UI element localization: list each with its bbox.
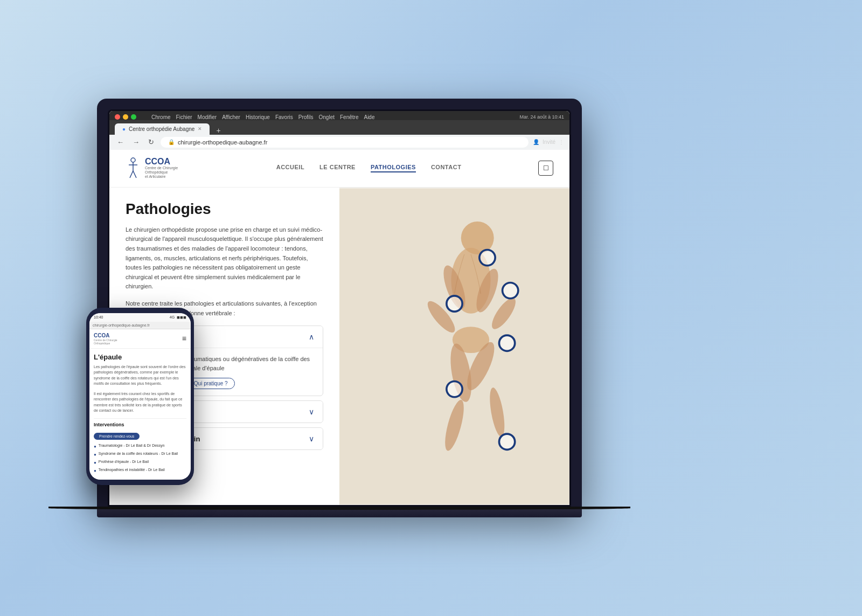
minimize-window-dot[interactable]: [123, 114, 128, 120]
phone-desc: Les pathologies de l'épaule sont souvent…: [94, 364, 186, 387]
chrome-menubar: Chrome Fichier Modifier Afficher Histori…: [109, 111, 569, 120]
phone-logo: CCOA Centre de ChirurgieOrthopédique: [94, 333, 117, 345]
phone-network: 4G ◼◼◼: [170, 315, 186, 320]
phone-desc2: Il est également très courant chez les s…: [94, 391, 186, 414]
logo-figure-icon: [126, 157, 141, 179]
phone-screen: 10:40 4G ◼◼◼ chirurgie-orthopedique-auba…: [89, 313, 191, 480]
phone-browser-bar: chirurgie-orthopedique-aubagne.fr: [89, 322, 191, 329]
svg-point-21: [447, 381, 462, 397]
chevron-down-icon: ∨: [309, 407, 314, 416]
nav-accueil[interactable]: ACCUEIL: [276, 164, 304, 172]
forward-button[interactable]: →: [130, 137, 142, 147]
svg-line-4: [133, 171, 136, 178]
tab-close-button[interactable]: ✕: [198, 126, 202, 131]
chrome-tab-active[interactable]: ● Centre orthopédie Aubagne ✕: [115, 123, 210, 135]
chrome-dots: [115, 114, 136, 120]
list-item: ● Syndrome de la coiffe des rotateurs - …: [94, 451, 186, 458]
logo-ccoa: CCOA: [145, 157, 178, 166]
phone-page-title: L'épaule: [94, 353, 186, 361]
chrome-address-bar: ← → ↻ 🔒 chirurgie-orthopedique-aubagne.f…: [109, 135, 569, 150]
bullet-icon: ●: [94, 444, 96, 449]
address-field[interactable]: 🔒 chirurgie-orthopedique-aubagne.fr: [161, 137, 529, 148]
nav-mobile-icon[interactable]: ☐: [538, 161, 553, 176]
laptop-base: [97, 507, 582, 517]
list-item: ● Prothèse d'épaule - Dr Le Bail: [94, 459, 186, 466]
svg-point-17: [479, 250, 495, 265]
new-tab-button[interactable]: +: [212, 126, 225, 135]
phone-logo-subtitle: Centre de ChirurgieOrthopédique: [94, 338, 117, 345]
svg-point-19: [447, 296, 462, 312]
bullet-icon: ●: [94, 468, 96, 474]
bullet-icon: ●: [94, 460, 96, 466]
chrome-toolbar-icons: 👤 Invité ⋮: [533, 139, 564, 145]
svg-point-22: [499, 434, 515, 449]
chevron-up-icon: ∧: [309, 333, 314, 341]
tab-title: Centre orthopédie Aubagne: [129, 126, 194, 132]
site-navigation: CCOA Centre de ChirurgieOrthopédiqueet A…: [109, 150, 569, 188]
back-button[interactable]: ←: [115, 137, 126, 147]
qui-pratique-button[interactable]: Qui pratique ?: [187, 378, 235, 389]
system-time: Mar. 24 août à 10:41: [519, 114, 564, 120]
chrome-menu-bar: Chrome Fichier Modifier Afficher Histori…: [151, 114, 374, 120]
site-nav-links: ACCUEIL LE CENTRE PATHOLOGIES CONTACT: [199, 164, 538, 172]
chevron-down-icon2: ∨: [309, 434, 314, 443]
extensions-icon[interactable]: ⋮: [559, 139, 564, 145]
phone-site-nav: CCOA Centre de ChirurgieOrthopédique ≡: [89, 329, 191, 349]
phone-hamburger-icon[interactable]: ≡: [182, 334, 186, 343]
user-label: Invité: [543, 139, 555, 145]
logo-text-block: CCOA Centre de ChirurgieOrthopédiqueet A…: [145, 157, 178, 179]
laptop-hinge: [48, 507, 630, 510]
page-intro-text: Le chirurgien orthopédiste propose une p…: [126, 225, 323, 292]
reload-button[interactable]: ↻: [146, 137, 156, 147]
svg-point-20: [499, 335, 515, 351]
logo-subtitle-text: Centre de ChirurgieOrthopédiqueet Articu…: [145, 166, 178, 179]
site-logo: CCOA Centre de ChirurgieOrthopédiqueet A…: [126, 157, 178, 179]
phone-rdv-button[interactable]: Prendre rendez-vous: [94, 433, 140, 440]
url-text: chirurgie-orthopedique-aubagne.fr: [178, 139, 267, 146]
tab-favicon: ●: [122, 126, 126, 132]
list-item: ● Tendinopathies et instabilité - Dr Le …: [94, 467, 186, 474]
phone-statusbar: 10:40 4G ◼◼◼: [89, 313, 191, 322]
maximize-window-dot[interactable]: [131, 114, 136, 120]
nav-contact[interactable]: CONTACT: [431, 164, 461, 172]
phone-outer: 10:40 4G ◼◼◼ chirurgie-orthopedique-auba…: [86, 308, 194, 486]
page-title: Pathologies: [126, 200, 323, 218]
profile-icon[interactable]: 👤: [533, 139, 539, 145]
phone-list: ● Traumatologie - Dr Le Bail & Dr Dessyn…: [94, 443, 186, 474]
nav-lecentre[interactable]: LE CENTRE: [319, 164, 356, 172]
phone-mockup: 10:40 4G ◼◼◼ chirurgie-orthopedique-auba…: [86, 308, 194, 486]
svg-point-0: [131, 158, 135, 162]
bullet-icon: ●: [94, 452, 96, 458]
anatomy-svg: [339, 188, 569, 506]
svg-line-3: [130, 171, 133, 178]
chrome-tabs-row: ● Centre orthopédie Aubagne ✕ +: [109, 120, 569, 135]
phone-time: 10:40: [94, 315, 103, 319]
phone-content: L'épaule Les pathologies de l'épaule son…: [89, 349, 191, 480]
svg-point-18: [503, 282, 518, 298]
phone-interventions-title: Interventions: [94, 418, 186, 427]
site-image-area: [339, 188, 569, 506]
close-window-dot[interactable]: [115, 114, 120, 120]
nav-pathologies[interactable]: PATHOLOGIES: [371, 164, 416, 172]
lock-icon: 🔒: [168, 139, 175, 145]
list-item: ● Traumatologie - Dr Le Bail & Dr Dessyn: [94, 443, 186, 449]
